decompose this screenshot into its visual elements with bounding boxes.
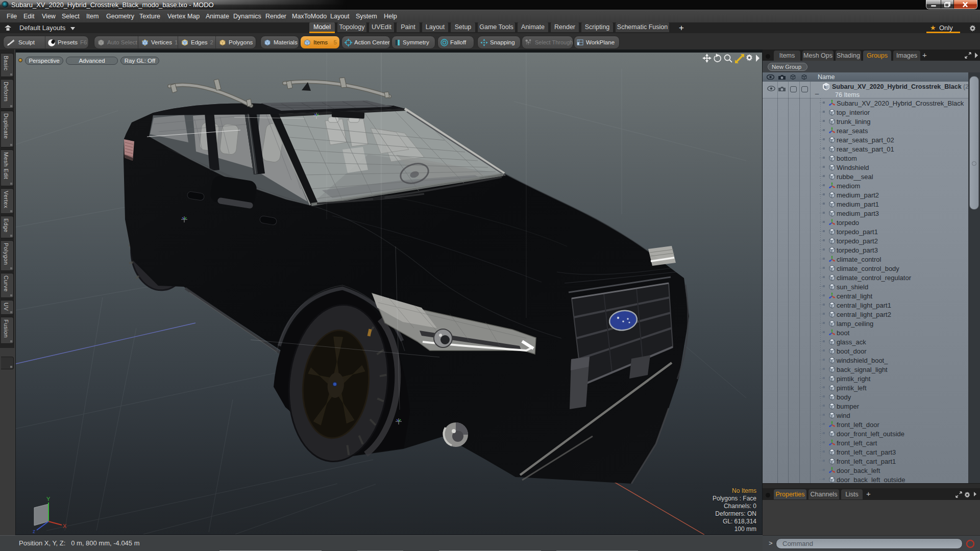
svg-text:z: z <box>33 529 35 534</box>
svg-text:Y: Y <box>46 496 51 502</box>
svg-text:X: X <box>63 523 67 529</box>
